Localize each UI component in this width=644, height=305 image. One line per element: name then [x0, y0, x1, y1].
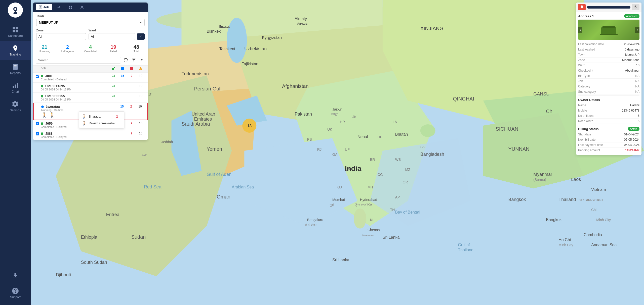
svg-rect-2	[13, 27, 15, 29]
sidebar-item-dashboard[interactable]: Dashboard	[0, 23, 31, 41]
search-row	[33, 55, 148, 66]
right-search-bar[interactable]	[587, 6, 630, 9]
worker-icon-2: 🚶	[49, 112, 55, 118]
worker-item[interactable]: 🚶 Bharat p. 2	[82, 113, 122, 120]
svg-point-118	[114, 67, 115, 68]
delete-button[interactable]	[578, 4, 586, 10]
svg-text:Yemen: Yemen	[207, 146, 222, 152]
svg-text:Cambodia: Cambodia	[584, 233, 602, 237]
gear-button[interactable]	[632, 4, 639, 10]
address-image: ‹ ›	[578, 20, 639, 40]
worker-item[interactable]: 🚶 Rajesh shreevastav	[82, 120, 122, 127]
svg-text:กรุงเทพมหานคร: กรุงเทพมหานคร	[579, 198, 603, 202]
tab-route[interactable]	[54, 4, 64, 10]
ward-confirm-button[interactable]: ✓	[137, 33, 145, 40]
svg-text:Turkmenistan: Turkmenistan	[182, 71, 209, 76]
svg-rect-10	[13, 86, 14, 88]
table-row[interactable]: UP15ET4295 04-05-2024 04:44:15 PM 23 10	[33, 83, 148, 93]
status-bullet	[41, 95, 43, 97]
svg-text:YUNNAN: YUNNAN	[508, 146, 529, 152]
worker-icon-1: 🚶	[41, 112, 48, 118]
ward-input[interactable]	[89, 33, 135, 40]
allocated-badge: Allocated	[624, 14, 639, 18]
svg-text:Uzbekistan: Uzbekistan	[244, 46, 267, 51]
stat-upcoming[interactable]: 21 Upcoming	[33, 42, 56, 55]
svg-text:Bangkok: Bangkok	[508, 197, 526, 202]
stat-total[interactable]: 48 Total	[125, 42, 148, 55]
ward-label: Ward	[89, 29, 145, 32]
table-row[interactable]: J001 Completed · Delayed 23 15 2 10	[33, 73, 148, 83]
svg-text:Thailand: Thailand	[458, 248, 473, 252]
svg-rect-123	[602, 26, 615, 28]
zone-block: Zone	[36, 29, 86, 40]
status-bullet	[41, 122, 43, 125]
sidebar-item-support[interactable]: Support	[0, 284, 31, 302]
svg-text:హైదరాబాద్: హైదరాబాద్	[355, 203, 369, 207]
svg-text:Afghanistan: Afghanistan	[282, 83, 308, 89]
svg-text:Jaipur: Jaipur	[332, 107, 342, 111]
stat-inprogress[interactable]: 2 In-Progress	[56, 42, 79, 55]
sidebar-item-reports[interactable]: Reports	[0, 60, 31, 78]
panel-tabs: Job	[33, 3, 148, 12]
job-checkbox[interactable]	[36, 132, 39, 135]
zone-label: Zone	[36, 29, 86, 32]
job-checkbox[interactable]	[36, 75, 39, 78]
search-input[interactable]	[36, 57, 121, 64]
svg-text:Sri Lanka: Sri Lanka	[383, 235, 400, 239]
town-label: Town	[36, 14, 145, 18]
tab-user[interactable]	[77, 4, 87, 10]
tab-grid[interactable]	[66, 4, 75, 10]
stat-completed[interactable]: 4 Completed	[79, 42, 102, 55]
svg-rect-113	[69, 7, 70, 9]
svg-text:Eritrea: Eritrea	[106, 212, 119, 217]
table-row[interactable]: 3werataa Running · On time 🚶 🚶 15 2 10	[33, 103, 148, 120]
svg-text:Gulf of: Gulf of	[458, 243, 470, 247]
svg-rect-114	[71, 7, 72, 9]
svg-text:جدة: جدة	[141, 152, 147, 157]
zone-input[interactable]	[36, 33, 86, 40]
info-row-checkpoint: Checkpoint Abdullapur	[578, 68, 639, 73]
svg-text:Chi: Chi	[546, 109, 553, 114]
svg-text:MZ: MZ	[405, 168, 411, 172]
sidebar-item-settings[interactable]: Settings	[0, 97, 31, 116]
svg-text:OR: OR	[403, 180, 408, 184]
status-bullet	[41, 85, 43, 87]
sidebar-item-tracking[interactable]: Tracking	[0, 41, 31, 60]
svg-text:BR: BR	[370, 158, 375, 162]
job-rows: J001 Completed · Delayed 23 15 2 10	[33, 73, 148, 140]
info-row-collection: Last collection date 25-04-2024	[578, 42, 639, 47]
table-row[interactable]: J888 Completed · Delayed 2 10	[33, 130, 148, 140]
info-row-nextbill: Next bill date 05-05-2024	[578, 137, 639, 142]
info-row-job: Job NA	[578, 79, 639, 84]
job-checkbox[interactable]	[36, 122, 39, 125]
ward-block: Ward ✓	[89, 29, 145, 40]
svg-text:HP: HP	[378, 135, 382, 139]
svg-text:RJ: RJ	[317, 147, 321, 151]
settings-button[interactable]	[139, 57, 145, 64]
town-select[interactable]: MEERUT UP	[36, 19, 145, 26]
sidebar-item-download[interactable]	[0, 269, 31, 284]
refresh-button[interactable]	[123, 57, 129, 64]
table-row[interactable]: UP15EF3255 04-05-2024 04:44:15 PM 23 10	[33, 93, 148, 103]
svg-point-116	[141, 59, 142, 60]
svg-text:Chennai: Chennai	[368, 228, 381, 232]
image-prev-button[interactable]: ‹	[578, 27, 582, 33]
svg-text:(Burma): (Burma)	[533, 178, 546, 182]
sidebar-item-chart[interactable]: Chart	[0, 78, 31, 97]
image-next-button[interactable]: ›	[635, 27, 639, 33]
svg-point-16	[354, 209, 366, 229]
table-header: Job !	[33, 66, 148, 73]
svg-text:HR: HR	[340, 120, 345, 124]
sidebar: Dashboard Tracking Reports Chart Setting…	[0, 0, 31, 305]
tab-job[interactable]: Job	[36, 4, 52, 10]
svg-text:சென்னை: சென்னை	[363, 233, 374, 237]
svg-text:Bengaluru: Bengaluru	[307, 218, 323, 222]
filter-button[interactable]	[131, 57, 137, 64]
svg-text:Myanmar: Myanmar	[533, 172, 552, 177]
header-warn-icon: !	[136, 67, 145, 71]
info-row-floors: No of floors 6	[578, 113, 639, 119]
stat-failed[interactable]: 19 Failed	[102, 42, 125, 55]
svg-text:Oman: Oman	[217, 194, 230, 199]
svg-text:UK: UK	[327, 127, 332, 131]
svg-point-119	[130, 67, 133, 70]
